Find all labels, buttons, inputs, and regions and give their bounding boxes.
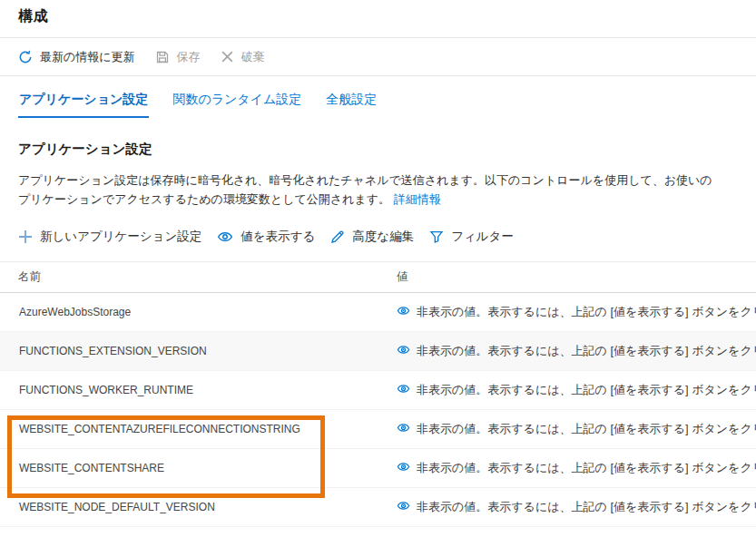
setting-value: 非表示の値。表示するには、上記の [値を表示する] ボタンをクリックし [397,499,756,515]
hidden-value-eye-icon [397,382,410,398]
hidden-value-text: 非表示の値。表示するには、上記の [値を表示する] ボタンをクリックし [417,499,756,515]
setting-name: FUNCTIONS_WORKER_RUNTIME [0,384,397,396]
refresh-icon [18,50,33,64]
pencil-icon [330,230,345,244]
hidden-value-eye-icon [397,460,410,476]
hidden-value-eye-icon [397,304,410,320]
setting-name: FUNCTIONS_EXTENSION_VERSION [0,345,397,357]
eye-icon [217,229,233,245]
table-row-highlighted[interactable]: WEBSITE_CONTENTSHARE 非表示の値。表示するには、上記の [値… [0,449,756,488]
column-header-value: 値 [397,269,756,285]
section-description: アプリケーション設定は保存時に暗号化され、暗号化されたチャネルで送信されます。以… [18,171,738,209]
filter-icon [429,230,444,244]
discard-icon [221,50,234,63]
setting-name: WEBSITE_NODE_DEFAULT_VERSION [0,501,397,513]
table-header-row: 名前 値 [0,261,756,293]
table-action-bar: 新しいアプリケーション設定 値を表示する 高度な編集 フィルター [18,229,738,245]
section-heading: アプリケーション設定 [18,141,738,158]
show-values-button[interactable]: 値を表示する [217,229,315,245]
hidden-value-text: 非表示の値。表示するには、上記の [値を表示する] ボタンをクリックし [417,382,756,398]
table-row[interactable]: WEBSITE_NODE_DEFAULT_VERSION 非表示の値。表示するに… [0,488,756,527]
save-label: 保存 [177,49,201,65]
hidden-value-text: 非表示の値。表示するには、上記の [値を表示する] ボタンをクリックし [417,343,756,359]
plus-icon [18,230,33,244]
setting-name: WEBSITE_CONTENTSHARE [0,462,397,474]
hidden-value-eye-icon [397,421,410,437]
hidden-value-text: 非表示の値。表示するには、上記の [値を表示する] ボタンをクリックし [417,304,756,320]
save-button[interactable]: 保存 [155,49,201,65]
setting-value: 非表示の値。表示するには、上記の [値を表示する] ボタンをクリックし [397,304,756,320]
hidden-value-eye-icon [397,499,410,515]
tab-general-settings[interactable]: 全般設定 [325,88,378,118]
filter-button[interactable]: フィルター [429,229,514,245]
new-application-setting-button[interactable]: 新しいアプリケーション設定 [18,229,201,245]
table-row-highlighted[interactable]: WEBSITE_CONTENTAZUREFILECONNECTIONSTRING… [0,410,756,449]
table-row[interactable]: AzureWebJobsStorage 非表示の値。表示するには、上記の [値を… [0,293,756,332]
setting-value: 非表示の値。表示するには、上記の [値を表示する] ボタンをクリックし [397,421,756,437]
hidden-value-text: 非表示の値。表示するには、上記の [値を表示する] ボタンをクリックし [417,460,756,476]
description-line-1: アプリケーション設定は保存時に暗号化され、暗号化されたチャネルで送信されます。以… [18,171,738,190]
app-settings-table: 名前 値 AzureWebJobsStorage 非表示の値。表示するには、上記… [0,261,756,527]
page-title: 構成 [18,7,48,26]
learn-more-link[interactable]: 詳細情報 [394,192,441,206]
table-row[interactable]: FUNCTIONS_WORKER_RUNTIME 非表示の値。表示するには、上記… [0,371,756,410]
setting-name: AzureWebJobsStorage [0,306,397,318]
page-header: 構成 [0,0,756,38]
discard-button[interactable]: 破棄 [221,49,265,65]
hidden-value-eye-icon [397,343,410,359]
discard-label: 破棄 [241,49,265,65]
table-row[interactable]: FUNCTIONS_EXTENSION_VERSION 非表示の値。表示するには… [0,332,756,371]
settings-tabs: アプリケーション設定 関数のランタイム設定 全般設定 [0,76,756,118]
tab-function-runtime-settings[interactable]: 関数のランタイム設定 [172,88,302,118]
command-bar: 最新の情報に更新 保存 破棄 [0,38,756,76]
hidden-value-text: 非表示の値。表示するには、上記の [値を表示する] ボタンをクリックし [417,421,756,437]
refresh-label: 最新の情報に更新 [40,49,135,65]
setting-name: WEBSITE_CONTENTAZUREFILECONNECTIONSTRING [0,423,397,435]
tab-application-settings[interactable]: アプリケーション設定 [18,88,149,118]
advanced-edit-button[interactable]: 高度な編集 [330,229,414,245]
setting-value: 非表示の値。表示するには、上記の [値を表示する] ボタンをクリックし [397,343,756,359]
save-icon [155,50,170,64]
setting-value: 非表示の値。表示するには、上記の [値を表示する] ボタンをクリックし [397,460,756,476]
setting-value: 非表示の値。表示するには、上記の [値を表示する] ボタンをクリックし [397,382,756,398]
column-header-name: 名前 [0,269,397,285]
refresh-button[interactable]: 最新の情報に更新 [18,49,135,65]
description-line-2: プリケーションでアクセスするための環境変数として公開されます。 詳細情報 [18,190,738,209]
